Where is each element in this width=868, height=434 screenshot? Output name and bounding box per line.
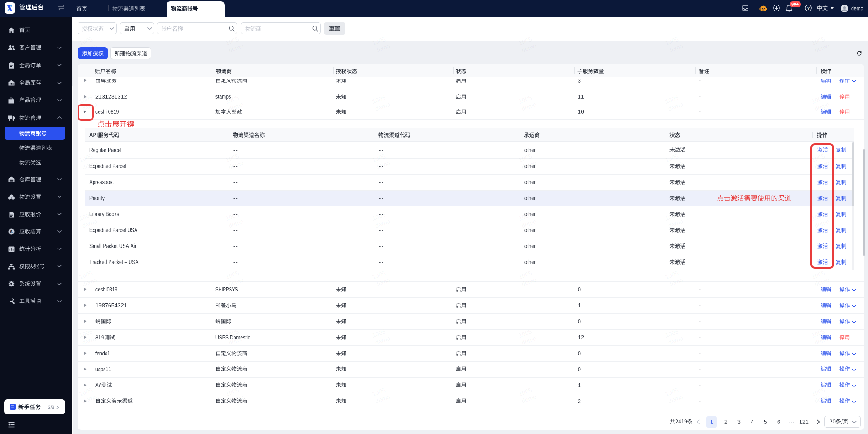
svg-text:?: ? bbox=[807, 5, 810, 11]
svg-text:$: $ bbox=[10, 229, 12, 234]
